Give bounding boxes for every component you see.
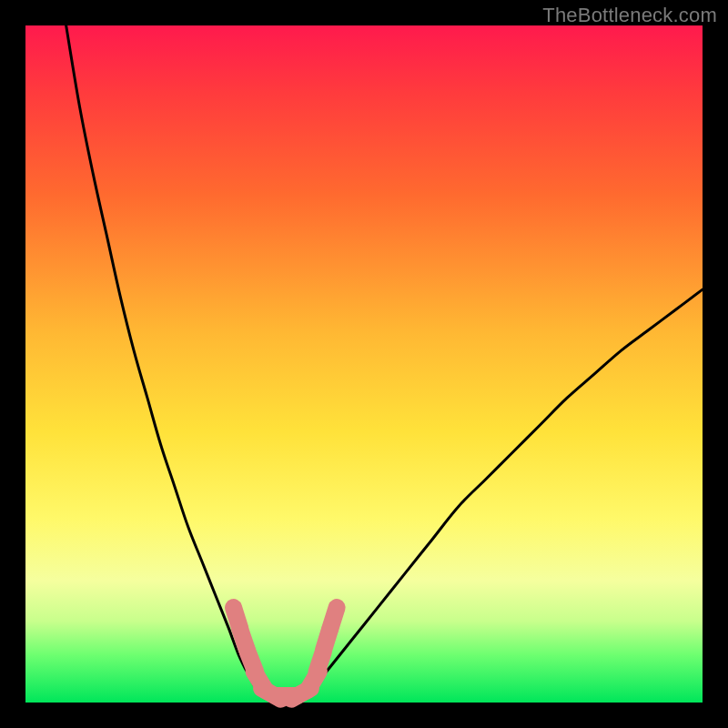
watermark-text: TheBottleneck.com (542, 4, 717, 27)
chart-frame: TheBottleneck.com (0, 0, 728, 728)
bottleneck-curve (66, 25, 703, 696)
plot-area (25, 25, 703, 703)
highlight-marker (330, 608, 337, 629)
curve-svg (25, 25, 703, 703)
